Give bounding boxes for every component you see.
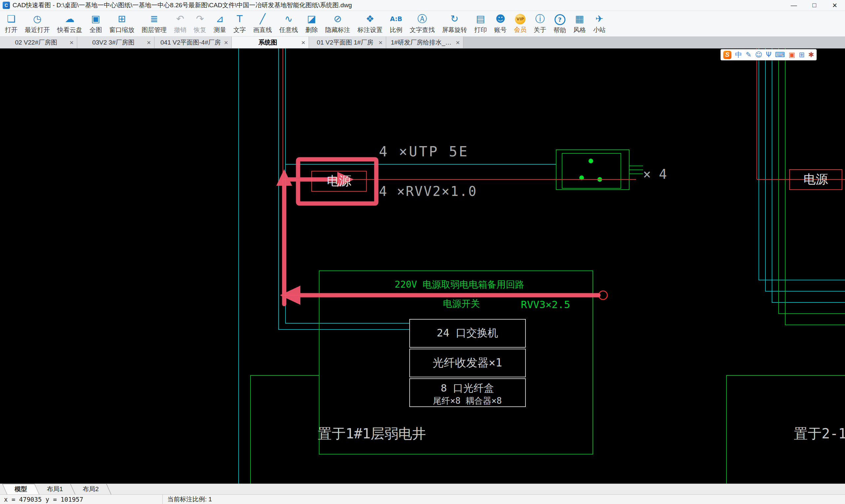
label-power-left: 电源 [327,173,351,189]
label-well-2: 置于2-1 [794,425,845,443]
label-times-4: × 4 [643,166,667,182]
maximize-button[interactable]: □ [804,0,825,11]
toolbar-label-text: 文字 [233,26,246,34]
apps-grid-icon[interactable]: ⊞ [799,49,805,60]
toolbar-button-about[interactable]: ⓘ关于 [530,12,550,35]
status-separator [162,495,163,504]
toolbar-button-undo[interactable]: ↶撤销 [170,12,190,35]
label-power-right: 电源 [804,171,828,188]
help-icon: ? [554,14,565,25]
label-rvv2-cable: 4 ×RVV2×1.0 [379,184,477,199]
app-icon: C [3,2,10,9]
tab-close-icon[interactable]: × [147,39,151,46]
toolbar-button-scale[interactable]: A:B比例 [386,12,406,35]
toolbar-button-text[interactable]: T文字 [230,12,249,35]
toolbar-label-annotation-settings: 标注设置 [357,26,383,34]
keyboard-icon[interactable]: ⌨ [775,49,785,60]
toolbar-button-redo[interactable]: ↷恢复 [190,12,210,35]
layout-tab-bar: 模型布局1布局2 [0,484,845,494]
undo-icon: ↶ [176,13,184,25]
clipboard-icon[interactable]: ▣ [789,49,795,60]
toolbar-label-text-search: 文字查找 [410,26,435,34]
toolbar-label-site: 小站 [593,26,606,34]
cad-viewer-window: C CAD快速看图 - D:\桌面\一基地一中心\图纸\一基地一中心8.26号最… [0,0,845,504]
doc-tab-label: 01 V2平面图 1#厂房 [314,38,376,47]
toolbar-button-account[interactable]: ☻账号 [491,12,510,35]
toolbar-button-style[interactable]: ▦风格 [570,12,589,35]
toolbar-button-vip[interactable]: VIP会员 [510,12,530,35]
tab-close-icon[interactable]: × [379,39,383,46]
cad-geometry [0,49,845,484]
window-controls: — □ ✕ [784,0,845,11]
toolbox-icon[interactable]: ✱ [808,49,814,60]
text-search-icon: Ⓐ [418,13,427,25]
toolbar-label-full-view: 全图 [89,26,102,34]
toolbar-button-site[interactable]: ✈小站 [589,12,609,35]
doc-tab[interactable]: 系统图× [232,37,309,48]
text-icon: T [237,13,243,25]
input-method-toolbar: S 中✎☺Ψ⌨▣⊞✱ [721,49,816,60]
chinese-mode-icon[interactable]: 中 [735,49,742,60]
doc-tab[interactable]: 041 V2平面图-4#厂房× [155,37,232,48]
tab-close-icon[interactable]: × [456,39,460,46]
close-button[interactable]: ✕ [825,0,845,11]
annotation-settings-icon: ❖ [366,13,374,25]
doc-tab[interactable]: 01 V2平面图 1#厂房× [309,37,386,48]
doc-tab[interactable]: 1#研发厂房给排水_2...× [386,37,463,48]
toolbar: ❏打开◷最近打开☁快看云盘▣全图⊞窗口缩放≣图层管理↶撤销↷恢复⊿测量T文字╱画… [0,11,845,37]
toolbar-button-open[interactable]: ❏打开 [1,12,21,35]
layout-tab-label: 布局1 [47,485,63,493]
toolbar-button-hide-annotation[interactable]: ⊘隐藏标注 [321,12,354,35]
toolbar-button-measure[interactable]: ⊿测量 [210,12,230,35]
doc-tab-label: 03V2 3#厂房图 [82,38,145,47]
toolbar-label-style: 风格 [573,26,586,34]
layout-tab-布局2[interactable]: 布局2 [73,484,109,494]
doc-tab[interactable]: 02 V22#厂房图× [0,37,77,48]
toolbar-label-scale: 比例 [390,26,402,34]
recent-open-icon: ◷ [33,13,41,25]
tab-close-icon[interactable]: × [224,39,228,46]
cursor-coordinates: x = 479035 y = 101957 [4,496,162,503]
pen-icon[interactable]: ✎ [746,49,752,60]
document-tab-bar: 02 V22#厂房图×03V2 3#厂房图×041 V2平面图-4#厂房×系统图… [0,37,845,49]
toolbar-button-print[interactable]: ▤打印 [471,12,491,35]
emoji-icon[interactable]: ☺ [755,49,762,60]
toolbar-button-annotation-settings[interactable]: ❖标注设置 [354,12,386,35]
tab-close-icon[interactable]: × [70,39,74,46]
tab-close-icon[interactable]: × [301,39,305,46]
toolbar-button-text-search[interactable]: Ⓐ文字查找 [406,12,438,35]
toolbar-label-measure: 测量 [214,26,226,34]
network-port-dots [579,159,602,182]
label-circuit-note: 220V 电源取弱电电箱备用回路 [395,278,524,291]
style-icon: ▦ [575,13,584,25]
sogou-logo-icon[interactable]: S [723,51,732,59]
measure-icon: ⊿ [216,13,224,25]
title-bar: C CAD快速看图 - D:\桌面\一基地一中心\图纸\一基地一中心8.26号最… [0,0,845,11]
status-bar: x = 479035 y = 101957 当前标注比例: 1 [0,494,845,504]
account-icon: ☻ [495,13,505,25]
erase-icon: ◪ [307,13,316,25]
toolbar-button-free-line[interactable]: ∿任意线 [276,12,302,35]
layout-tab-模型[interactable]: 模型 [5,484,37,494]
layout-tab-布局1[interactable]: 布局1 [37,484,73,494]
label-pigtail-coupler: 尾纤×8 耦合器×8 [433,395,502,407]
print-icon: ▤ [476,13,485,25]
doc-tab[interactable]: 03V2 3#厂房图× [77,37,155,48]
toolbar-label-recent-open: 最近打开 [25,26,50,34]
toolbar-button-recent-open[interactable]: ◷最近打开 [21,12,53,35]
minimize-button[interactable]: — [784,0,804,11]
toolbar-button-layer-manager[interactable]: ≣图层管理 [138,12,170,35]
microphone-icon[interactable]: Ψ [766,49,772,60]
toolbar-button-draw-line[interactable]: ╱画直线 [249,12,276,35]
cad-canvas[interactable]: 4 ×UTP 5E4 ×RVV2×1.0电源电源× 4220V 电源取弱电电箱备… [0,49,845,484]
toolbar-button-window-zoom[interactable]: ⊞窗口缩放 [106,12,138,35]
toolbar-label-undo: 撤销 [174,26,187,34]
toolbar-button-erase[interactable]: ◪删除 [302,12,321,35]
toolbar-button-screen-rotate[interactable]: ↻屏幕旋转 [438,12,471,35]
toolbar-button-help[interactable]: ?帮助 [550,12,570,35]
toolbar-button-full-view[interactable]: ▣全图 [86,12,106,35]
toolbar-label-help: 帮助 [553,26,566,35]
label-fiber-transceiver: 光纤收发器×1 [433,355,503,371]
toolbar-button-cloud-drive[interactable]: ☁快看云盘 [53,12,86,35]
free-line-icon: ∿ [284,13,293,25]
